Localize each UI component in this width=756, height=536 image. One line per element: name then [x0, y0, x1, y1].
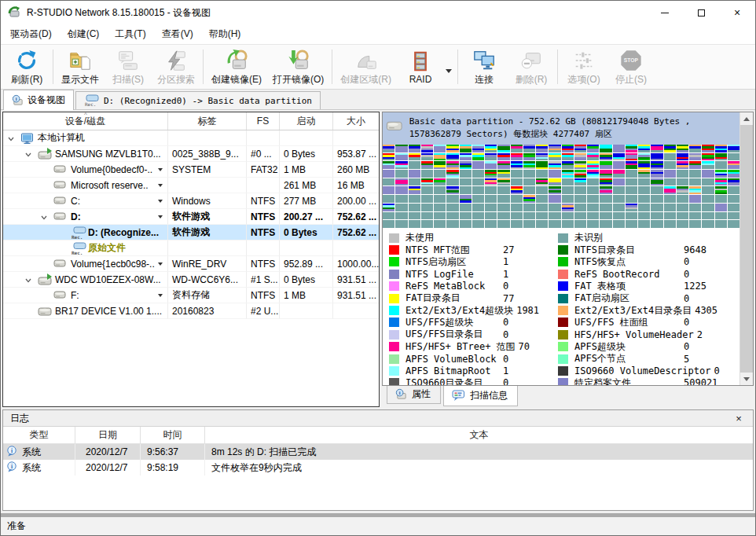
- scan-block: [383, 220, 395, 228]
- legend-swatch: [389, 245, 399, 255]
- open-image-button[interactable]: 打开镜像(O): [267, 46, 329, 88]
- scan-block: [460, 204, 472, 211]
- size-cell: [333, 130, 379, 146]
- tab-recognized-partition[interactable]: Rec. D: (Recognized0) -> Basic data part…: [75, 91, 321, 109]
- create-region-button: 创建区域(R): [335, 46, 397, 88]
- expand-chevron-icon[interactable]: [7, 134, 15, 145]
- menu-drives[interactable]: 驱动器(D): [2, 24, 60, 44]
- legend-item: 特定档案文件509021: [558, 377, 738, 386]
- size-cell: 953.87 ...: [333, 146, 379, 162]
- tab-scan-information[interactable]: 扫描信息: [443, 386, 518, 406]
- scan-block: [562, 186, 574, 194]
- menu-tools[interactable]: 工具(T): [107, 24, 153, 44]
- tree-row[interactable]: Microsoft reserve..261 MB16 MB: [3, 178, 379, 193]
- device-name-cell: Rec.原始文件: [3, 240, 168, 256]
- maximize-button[interactable]: [683, 1, 719, 24]
- legend-label: APFS BitmapRoot: [406, 365, 500, 376]
- dropdown-caret-icon[interactable]: [158, 215, 163, 218]
- tab-properties[interactable]: i 属性: [387, 386, 441, 404]
- menu-create[interactable]: 创建(C): [60, 24, 108, 44]
- legend-swatch: [558, 233, 568, 243]
- menu-help[interactable]: 帮助(H): [201, 24, 249, 44]
- app-logo-icon: [7, 6, 21, 19]
- tree-row[interactable]: Volume{0bedecf0-..SYSTEMFAT321 MB260 MB: [3, 162, 379, 178]
- tree-row[interactable]: Volume{1ecb0c98-..WinRE_DRVNTFS952.89 ..…: [3, 256, 379, 272]
- column-header-start[interactable]: 启动: [280, 112, 333, 130]
- log-row[interactable]: i系统2020/12/79:56:378m 12s 的 D: 扫描已完成: [3, 444, 753, 460]
- dropdown-caret-icon[interactable]: [158, 168, 163, 171]
- scan-information-tab-label: 扫描信息: [470, 389, 508, 402]
- scroll-up-icon[interactable]: [740, 112, 753, 125]
- scan-block: [395, 153, 407, 161]
- log-column-date[interactable]: 日期: [75, 427, 141, 443]
- tree-row[interactable]: Rec.D: (Recognize...软件游戏NTFS0 Bytes752.6…: [3, 225, 379, 240]
- close-button[interactable]: ×: [719, 1, 755, 24]
- scan-block: [460, 170, 472, 178]
- tree-row[interactable]: C:WindowsNTFS277 MB200.00 ...: [3, 193, 379, 209]
- scan-block: [409, 220, 420, 228]
- scroll-down-icon[interactable]: [740, 373, 753, 385]
- scrollbar-thumb[interactable]: [740, 125, 753, 373]
- legend-label: ISO9660目录条目: [406, 376, 500, 386]
- connect-button[interactable]: 连接: [461, 46, 508, 88]
- create-image-button[interactable]: 创建镜像(E): [206, 46, 267, 88]
- column-header-size[interactable]: 大小: [333, 112, 379, 130]
- tree-row[interactable]: F:资料存储NTFS1 MB931.51 ...: [3, 288, 379, 303]
- log-column-type[interactable]: 类型: [3, 427, 75, 443]
- legend-item: NTFS LogFile1: [389, 268, 558, 280]
- legend-count: 4305: [692, 305, 717, 316]
- fs-cell: #2 U...: [247, 303, 280, 319]
- log-column-time[interactable]: 时间: [141, 427, 205, 443]
- scan-block: [472, 204, 484, 211]
- scan-block: [702, 186, 714, 194]
- scan-block: [613, 195, 625, 203]
- scan-block: [651, 204, 662, 211]
- label-cell: [168, 240, 247, 256]
- refresh-button[interactable]: 刷新(R): [3, 46, 50, 88]
- tab-device-view[interactable]: i 设备视图: [3, 90, 74, 110]
- dropdown-caret-icon[interactable]: [158, 200, 163, 203]
- expand-chevron-icon[interactable]: [24, 150, 32, 161]
- expand-chevron-icon[interactable]: [40, 213, 48, 224]
- scan-block: [472, 161, 484, 169]
- legend-count: 1: [500, 365, 508, 376]
- tree-row[interactable]: Rec.原始文件: [3, 240, 379, 256]
- minimize-button[interactable]: [647, 1, 683, 24]
- disk-icon: [38, 148, 53, 162]
- scan-block: [549, 153, 560, 161]
- raid-dropdown-caret[interactable]: [446, 69, 452, 73]
- device-name: BR17 DEVICE V1.00 1....: [55, 306, 162, 317]
- log-close-icon[interactable]: ×: [732, 413, 746, 424]
- tree-row[interactable]: BR17 DEVICE V1.00 1....20160823#2 U...: [3, 303, 379, 319]
- dropdown-caret-icon[interactable]: [158, 184, 163, 187]
- legend-label: NTFS恢复点: [574, 255, 681, 269]
- tree-row[interactable]: D:软件游戏NTFS200.27 ...752.62 ...: [3, 209, 379, 225]
- scan-block: [626, 212, 637, 220]
- expand-chevron-icon[interactable]: [24, 276, 32, 287]
- vertical-scrollbar[interactable]: [739, 112, 753, 385]
- tree-row[interactable]: 本地计算机: [3, 130, 379, 146]
- log-row[interactable]: i系统2020/12/79:58:19文件枚举在9秒内完成: [3, 460, 753, 475]
- scan-block: [651, 212, 662, 220]
- scan-legend: 未使用NTFS MFT范围27NTFS启动扇区1NTFS LogFile1ReF…: [383, 228, 739, 386]
- tree-row[interactable]: WDC WD10EZEX-08W...WD-WCC6Y6...#1 S...0 …: [3, 272, 379, 288]
- device-name-cell: SAMSUNG MZVLB1T0...: [3, 146, 168, 162]
- main-area: ^ 设备/磁盘 标签 FS 启动 大小 本地计算机SAMSUNG MZVLB1T…: [1, 110, 755, 409]
- column-header-fs[interactable]: FS: [247, 112, 280, 130]
- scan-block: [574, 161, 586, 169]
- dropdown-caret-icon[interactable]: [158, 294, 163, 297]
- show-files-button[interactable]: 显示文件: [56, 46, 105, 88]
- tree-row[interactable]: SAMSUNG MZVLB1T0...0025_388B_9...#0 ...0…: [3, 146, 379, 162]
- scan-block: [421, 220, 433, 228]
- log-column-text[interactable]: 文本: [205, 427, 753, 443]
- scan-block: [460, 195, 472, 203]
- column-header-label[interactable]: 标签: [168, 112, 247, 130]
- scan-block: [689, 161, 701, 169]
- menu-view[interactable]: 查看(V): [154, 24, 201, 44]
- create-region-label: 创建区域(R): [340, 73, 391, 86]
- dropdown-caret-icon[interactable]: [158, 262, 163, 266]
- legend-swatch: [389, 330, 399, 340]
- raid-button[interactable]: RAID: [397, 46, 444, 88]
- scan-block: [638, 212, 650, 220]
- fs-cell: NTFS: [247, 256, 280, 272]
